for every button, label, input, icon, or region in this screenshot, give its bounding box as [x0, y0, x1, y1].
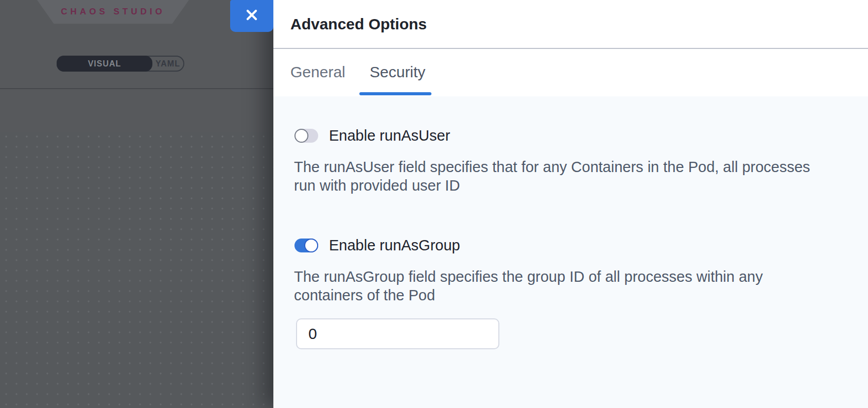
toggle-knob [294, 129, 308, 143]
close-button[interactable] [230, 0, 273, 32]
runasgroup-description: The runAsGroup field specifies the group… [294, 267, 763, 304]
runasuser-description-line1: The runAsUser field specifies that for a… [294, 158, 810, 176]
toolbar-divider [0, 88, 273, 89]
advanced-options-drawer: Advanced Options General Security Enable… [273, 0, 868, 408]
screen: CHAOS STUDIO VISUAL YAML Advanced Option… [0, 0, 868, 408]
tab-security[interactable]: Security [370, 63, 425, 81]
tab-general[interactable]: General [290, 63, 345, 81]
runasgroup-description-line2: containers of the Pod [294, 286, 763, 304]
active-tab-indicator [359, 92, 431, 95]
runasgroup-value-input[interactable] [296, 318, 499, 349]
visual-yaml-toggle[interactable]: VISUAL YAML [57, 56, 184, 72]
enable-runasgroup-toggle[interactable] [294, 239, 318, 252]
yaml-segment-label: YAML [155, 59, 180, 69]
tab-bar: General Security [273, 50, 868, 96]
drawer-title: Advanced Options [290, 15, 427, 33]
runasgroup-description-line1: The runAsGroup field specifies the group… [294, 267, 763, 286]
visual-segment[interactable]: VISUAL [57, 56, 152, 72]
brand-banner: CHAOS STUDIO [37, 0, 189, 24]
visual-segment-label: VISUAL [88, 59, 121, 69]
brand-banner-label: CHAOS STUDIO [61, 7, 165, 17]
security-tab-panel: Enable runAsUser The runAsUser field spe… [273, 96, 868, 408]
enable-runasgroup-label: Enable runAsGroup [329, 237, 460, 254]
enable-runasuser-toggle[interactable] [294, 129, 318, 143]
workflow-canvas [0, 132, 273, 408]
close-icon [245, 8, 258, 24]
yaml-segment[interactable]: YAML [152, 57, 183, 71]
toggle-knob [304, 239, 318, 252]
runasuser-description-line2: run with provided user ID [294, 176, 810, 195]
drawer-header: Advanced Options [273, 0, 868, 49]
runasuser-description: The runAsUser field specifies that for a… [294, 158, 810, 195]
enable-runasuser-label: Enable runAsUser [329, 127, 450, 144]
dimmed-background: CHAOS STUDIO VISUAL YAML [0, 0, 273, 408]
